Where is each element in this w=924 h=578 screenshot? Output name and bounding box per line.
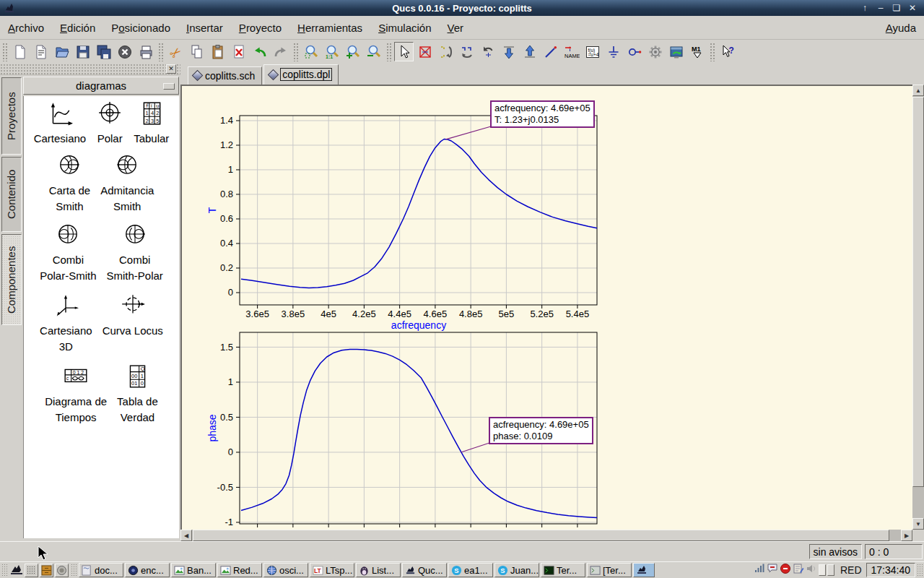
mirror-x-icon[interactable]	[436, 42, 456, 61]
undo-icon[interactable]	[250, 42, 269, 61]
shade-button[interactable]: ↑	[859, 2, 871, 14]
redo-icon[interactable]	[271, 42, 290, 61]
copy-icon[interactable]	[187, 42, 206, 61]
taskbar-handle[interactable]	[917, 564, 923, 577]
zoom-out-icon[interactable]	[364, 42, 383, 61]
menu-insertar[interactable]: Insertar	[178, 17, 231, 38]
paste-icon[interactable]	[208, 42, 227, 61]
menu-archivo[interactable]: Archivo	[0, 17, 52, 38]
horizontal-scroll-thumb[interactable]	[193, 530, 889, 541]
menu-edicion[interactable]: Edición	[52, 17, 103, 38]
save-all-icon[interactable]	[94, 42, 113, 61]
rotate-icon[interactable]	[478, 42, 497, 61]
toolbar-handle[interactable]	[2, 43, 7, 61]
window-titlebar[interactable]: Qucs 0.0.16 - Proyecto: coplitts ↑ – ❏ ✕	[0, 0, 924, 16]
zoom-in-icon[interactable]	[343, 42, 362, 61]
insert-equation-icon[interactable]: f(u)=u+4	[583, 42, 602, 61]
document-tab-coplitts.sch[interactable]: coplitts.sch	[188, 66, 262, 85]
dock-handle[interactable]: ✕	[0, 64, 180, 75]
menu-ayuda[interactable]: Ayuda	[878, 17, 924, 38]
record-red-icon[interactable]	[780, 563, 791, 577]
wire-label-icon[interactable]: NAME	[562, 42, 581, 61]
new-document-icon[interactable]	[10, 42, 30, 61]
taskbar-window-LTsp[interactable]: LTLTsp...	[310, 563, 354, 577]
sidebar-tab-contenido[interactable]: Contenido	[1, 157, 22, 232]
open-file-icon[interactable]	[52, 42, 71, 61]
taskbar-window-List[interactable]: List...	[356, 563, 401, 577]
gallery-item-combi-smith-polar[interactable]: CombiSmith-Polar	[107, 222, 163, 284]
insert-ground-icon[interactable]	[603, 42, 623, 61]
sidebar-tab-proyectos[interactable]: Proyectos	[1, 77, 22, 155]
deactivate-component-icon[interactable]	[415, 42, 435, 61]
clock[interactable]: 17:34:40	[866, 563, 916, 577]
launcher-drawer-icon[interactable]	[40, 564, 53, 577]
cut-icon[interactable]: ✂	[166, 42, 186, 61]
scroll-left-icon[interactable]: ◀	[180, 530, 192, 541]
vertical-scroll-thumb[interactable]	[912, 97, 924, 487]
horizontal-scrollbar[interactable]: ◀ ▶	[180, 530, 912, 541]
taskbar-window-Red[interactable]: Red...	[217, 563, 262, 577]
whats-this-help-icon[interactable]: ?	[718, 42, 737, 61]
gallery-item-smith-chart[interactable]: Carta deSmith	[49, 152, 91, 215]
notify-bubble-icon[interactable]	[767, 563, 778, 577]
toolbar-handle[interactable]	[386, 43, 391, 61]
restore-button[interactable]: ❏	[891, 2, 902, 14]
toolbar-handle[interactable]	[293, 43, 298, 61]
gallery-item-polar[interactable]: Polar	[96, 100, 123, 147]
taskbar-window-Ter[interactable]: [Ter...	[587, 563, 632, 577]
gallery-item-truth-table[interactable]: Q001010Tabla deVerdad	[117, 363, 158, 426]
insert-wire-icon[interactable]	[541, 42, 560, 61]
gallery-item-admittance-smith[interactable]: AdmitanciaSmith	[100, 152, 154, 215]
gallery-item-cartesian-3d[interactable]: Cartesiano3D	[40, 293, 92, 355]
gallery-item-timing-diagram[interactable]: 0 1 2cDiagrama deTiempos	[45, 363, 107, 426]
marker-label[interactable]: acfrequency: 4.69e+05 T: 1.23+j0.0135	[490, 100, 595, 128]
combobox-dropdown-icon[interactable]	[163, 83, 175, 90]
menu-proyecto[interactable]: Proyecto	[231, 17, 289, 38]
volume-muted-icon[interactable]	[806, 563, 817, 577]
taskbar-window-Quc[interactable]: Quc...	[402, 563, 447, 577]
delete-icon[interactable]	[229, 42, 248, 61]
minimize-button[interactable]: –	[875, 2, 886, 14]
insert-port-icon[interactable]	[624, 42, 644, 61]
zoom-fit-icon[interactable]	[301, 42, 321, 61]
gallery-item-tabular[interactable]: fiu142235Tabular	[134, 100, 169, 147]
taskbar-window-doc[interactable]: doc...	[79, 563, 123, 577]
pager-desktop-2[interactable]	[827, 564, 834, 576]
scroll-right-icon[interactable]: ▶	[901, 530, 912, 541]
taskbar-handle[interactable]	[71, 564, 77, 577]
select-pointer-icon[interactable]	[394, 42, 414, 61]
new-text-document-icon[interactable]	[31, 42, 51, 61]
taskbar-window-Ban[interactable]: Ban...	[171, 563, 216, 577]
taskbar-window-enc[interactable]: enc...	[125, 563, 170, 577]
toolbar-handle[interactable]	[710, 43, 715, 61]
simulate-icon[interactable]	[645, 42, 665, 61]
pager-desktop-1[interactable]	[819, 564, 826, 576]
taskbar-window-ea1[interactable]: Sea1...	[448, 563, 493, 577]
close-button[interactable]: ✕	[907, 2, 918, 14]
save-icon[interactable]	[73, 42, 92, 61]
vertical-scrollbar[interactable]: ▲ ▼	[912, 85, 924, 530]
taskbar-window-active-qucs[interactable]	[633, 563, 655, 577]
scroll-up-icon[interactable]: ▲	[912, 85, 924, 96]
menu-herramientas[interactable]: Herramientas	[289, 17, 370, 38]
document-tab-coplitts.dpl[interactable]: coplitts.dpl	[263, 64, 339, 85]
dock-close-icon[interactable]: ✕	[166, 64, 176, 74]
data-display-canvas[interactable]: 3.6e53.8e54e54.2e54.4e54.6e54.8e55e55.2e…	[180, 85, 912, 530]
mirror-y-icon[interactable]	[457, 42, 476, 61]
gallery-item-curve-locus[interactable]: Curva Locus	[103, 293, 163, 355]
menu-ver[interactable]: Ver	[440, 17, 472, 38]
scroll-down-icon[interactable]: ▼	[912, 518, 924, 530]
diagram-category-combobox[interactable]: diagramas	[23, 77, 179, 95]
gallery-item-cartesian[interactable]: Cartesiano	[34, 100, 87, 147]
signal-bars-icon[interactable]	[754, 563, 765, 577]
mirror-about-x-icon[interactable]	[499, 42, 518, 61]
close-document-icon[interactable]	[115, 42, 134, 61]
app-menu-icon[interactable]	[9, 564, 23, 577]
taskbar-handle[interactable]	[1, 564, 7, 577]
menu-simulacion[interactable]: Simulación	[370, 17, 439, 38]
taskbar-window-Ter[interactable]: Ter...	[541, 563, 585, 577]
view-data-display-icon[interactable]	[666, 42, 686, 61]
mirror-about-y-icon[interactable]	[520, 42, 539, 61]
launcher-pattern-icon[interactable]	[25, 564, 38, 577]
taskbar-window-osci[interactable]: osci...	[263, 563, 308, 577]
